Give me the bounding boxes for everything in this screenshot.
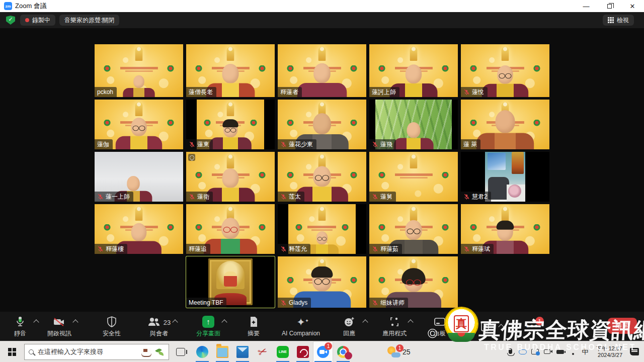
- tea-cup-icon: [141, 348, 151, 356]
- tray-battery-icon[interactable]: [556, 348, 565, 356]
- share-screen-button[interactable]: ↑ 分享畫面: [195, 315, 221, 338]
- taskbar-acrobat-button[interactable]: [293, 341, 313, 362]
- taskbar-zoom-button[interactable]: 1: [313, 341, 333, 362]
- participant-nametag: 釋蓮茹: [369, 244, 402, 254]
- mute-button[interactable]: 靜音: [7, 315, 33, 338]
- recording-indicator[interactable]: 錄製中: [20, 15, 55, 26]
- muted-mic-icon: [189, 194, 195, 200]
- summary-button[interactable]: 摘要: [240, 315, 267, 338]
- tray-display-icon[interactable]: [531, 348, 539, 356]
- participant-tile[interactable]: 蓮衛: [186, 152, 275, 202]
- reactions-options-chevron[interactable]: [362, 319, 368, 325]
- participant-tile[interactable]: 釋蓮者: [278, 44, 366, 97]
- task-view-button[interactable]: [169, 341, 192, 362]
- participant-tile[interactable]: 蓮花少東: [278, 100, 366, 149]
- notes-button[interactable]: [472, 320, 498, 333]
- whiteboard-button[interactable]: 白板: [427, 315, 453, 338]
- mute-options-chevron[interactable]: [33, 319, 39, 325]
- recording-label: 錄製中: [32, 16, 50, 25]
- tray-camera-icon[interactable]: [544, 348, 552, 356]
- restore-button[interactable]: [598, 0, 621, 12]
- participant-tile[interactable]: 釋蓮追: [186, 204, 275, 254]
- security-button[interactable]: 安全性: [99, 315, 125, 338]
- participant-nametag: Meeting TBF: [186, 298, 226, 308]
- leaf-icon: [155, 348, 165, 356]
- participant-tile[interactable]: 蓮東: [186, 100, 275, 149]
- notes-options-chevron[interactable]: [498, 324, 504, 329]
- muted-mic-icon: [463, 194, 470, 200]
- whiteboard-options-chevron[interactable]: [453, 319, 458, 325]
- taskbar-edge-button[interactable]: [192, 341, 212, 362]
- video-options-chevron[interactable]: [72, 319, 78, 325]
- participant-tile-active-speaker[interactable]: Meeting TBF: [186, 256, 275, 308]
- participant-tile[interactable]: 释莲允: [278, 204, 366, 254]
- search-icon: [29, 349, 34, 354]
- participant-tile[interactable]: 蓮舅: [369, 152, 458, 202]
- participant-nametag: pckoh: [95, 87, 117, 97]
- participant-nametag: 釋蓮者: [278, 87, 302, 97]
- restore-icon: [607, 4, 612, 9]
- participant-tile[interactable]: 蓮悅: [461, 44, 549, 97]
- share-options-chevron[interactable]: [221, 319, 227, 325]
- close-button[interactable]: ✕: [621, 0, 644, 12]
- participant-tile[interactable]: 釋蓮珷: [461, 204, 549, 254]
- taskbar-weather-button[interactable]: 1 25: [387, 341, 416, 362]
- file-explorer-icon: [216, 346, 228, 358]
- participant-tile[interactable]: 蓮 萊: [461, 100, 549, 149]
- snipping-tool-icon: ✂: [255, 344, 271, 359]
- apps-button[interactable]: 應用程式: [381, 315, 408, 338]
- chrome-icon: [337, 346, 349, 358]
- participant-tile[interactable]: 釋蓮樓: [95, 204, 183, 254]
- muted-mic-icon: [97, 194, 104, 200]
- participant-tile[interactable]: 蓮僧長老: [186, 44, 275, 97]
- participant-nametag: 蓮一上師: [95, 192, 133, 202]
- participants-button[interactable]: 23 與會者: [146, 315, 172, 338]
- tray-wifi-icon[interactable]: [569, 348, 577, 356]
- reactions-button[interactable]: 回應: [336, 315, 362, 338]
- participant-nametag: 蓮悅: [461, 87, 488, 97]
- participants-options-chevron[interactable]: [172, 319, 178, 325]
- participant-nametag: 莲太: [278, 192, 304, 202]
- taskbar-explorer-button[interactable]: [212, 341, 232, 362]
- participant-tile[interactable]: 蓮一上師: [95, 152, 183, 202]
- muted-mic-icon: [189, 141, 195, 148]
- ime-indicator[interactable]: 中: [582, 347, 588, 356]
- minimize-button[interactable]: —: [575, 0, 598, 12]
- taskbar-clock[interactable]: 下午 12:07 2024/3/27: [596, 345, 622, 358]
- taskbar-search-input[interactable]: 在這裡輸入文字來搜尋: [24, 344, 169, 360]
- participant-tile[interactable]: Gladys: [278, 256, 366, 308]
- start-button[interactable]: [0, 341, 24, 362]
- meeting-info-bar: 錄製中 音樂家的原聲:關閉 檢視: [0, 12, 644, 28]
- whiteboard-icon: [433, 315, 446, 328]
- participant-tile[interactable]: pckoh: [95, 44, 183, 97]
- muted-mic-icon: [280, 194, 287, 200]
- ai-companion-button[interactable]: ✦ AI Companion: [281, 316, 321, 337]
- zoom-app-icon: zm: [4, 2, 12, 10]
- taskbar-chrome-button[interactable]: [333, 341, 353, 362]
- tray-microphone-icon[interactable]: [506, 348, 514, 356]
- start-video-button[interactable]: 開啟視訊: [46, 315, 72, 338]
- participant-tile[interactable]: 蓮訶上師: [369, 44, 458, 97]
- taskbar-snipping-button[interactable]: ✂: [253, 341, 273, 362]
- action-center-icon[interactable]: [630, 348, 639, 355]
- participant-tile[interactable]: 细妹讲师: [369, 256, 458, 308]
- apps-options-chevron[interactable]: [408, 319, 413, 325]
- participant-tile[interactable]: 釋蓮茹: [369, 204, 458, 254]
- summary-icon: [249, 315, 259, 328]
- original-sound-button[interactable]: 音樂家的原聲:關閉: [59, 15, 119, 26]
- participant-nametag: 释莲允: [278, 244, 310, 254]
- taskbar-mail-button[interactable]: [232, 341, 253, 362]
- encryption-shield-icon[interactable]: [6, 16, 15, 25]
- tray-cloud-icon[interactable]: [519, 348, 527, 356]
- participant-tile[interactable]: 蓮伽: [95, 100, 183, 149]
- more-button[interactable]: ••• 1: [519, 320, 545, 333]
- participant-tile[interactable]: 慧君2: [461, 152, 549, 202]
- participant-tile[interactable]: 莲太: [278, 152, 366, 202]
- leave-button[interactable]: 離開: [608, 318, 637, 334]
- ai-companion-icon: ✦: [296, 317, 305, 327]
- view-button[interactable]: 檢視: [603, 15, 634, 26]
- participant-nametag: 釋蓮追: [186, 244, 210, 254]
- participant-tile[interactable]: 蓮飛: [369, 100, 458, 149]
- taskbar-line-button[interactable]: LINE: [273, 341, 293, 362]
- participant-nametag: 蓮僧長老: [186, 87, 216, 97]
